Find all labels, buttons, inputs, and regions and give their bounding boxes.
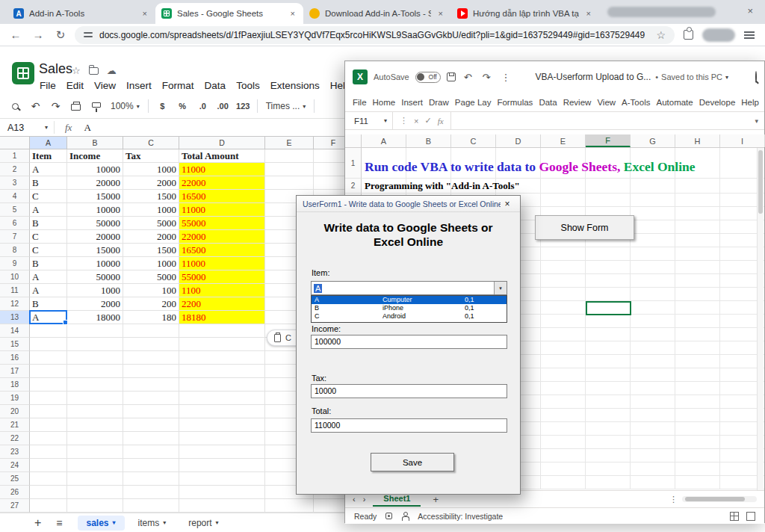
cell-B7[interactable]: 20000 (67, 230, 123, 244)
cell-A1[interactable]: Item (30, 149, 67, 163)
excel-cell-H13[interactable] (675, 328, 720, 341)
excel-cell-F16[interactable] (586, 368, 631, 382)
excel-cell-E14[interactable] (541, 341, 586, 355)
cell-A12[interactable]: B (30, 297, 67, 311)
print-icon[interactable] (66, 97, 85, 116)
cell-C12[interactable]: 200 (123, 297, 179, 311)
excel-cell-F3[interactable] (586, 194, 631, 207)
row-header-15[interactable]: 15 (0, 338, 30, 351)
excel-cell-H5[interactable] (675, 220, 720, 234)
cell-E1[interactable] (265, 149, 314, 163)
excel-cell-G14[interactable] (631, 341, 675, 355)
row-header-21[interactable]: 21 (0, 418, 30, 432)
excel-cell-F17[interactable] (586, 382, 631, 395)
row-header-2[interactable]: 2 (0, 163, 30, 176)
excel-cell-H20[interactable] (675, 422, 720, 436)
cell-A24[interactable] (30, 459, 67, 472)
ribbon-tab-page-lay[interactable]: Page Lay (452, 95, 495, 110)
more-icon[interactable]: ⋮ (400, 116, 408, 126)
cell-B9[interactable]: 10000 (67, 257, 123, 270)
excel-row-header-1[interactable]: 1 (345, 148, 362, 179)
userform-title-bar[interactable]: UserForm1 - Write data to Google Sheets … (297, 196, 520, 212)
cell-A26[interactable] (30, 486, 67, 499)
cell-D22[interactable] (179, 432, 265, 445)
cell-B6[interactable]: 50000 (67, 217, 123, 230)
row-header-1[interactable]: 1 (0, 149, 30, 163)
undo-icon[interactable]: ↶ (462, 72, 474, 83)
page-layout-view-icon[interactable] (746, 512, 755, 521)
cloud-status-icon[interactable]: ☁ (107, 65, 117, 76)
row-header-14[interactable]: 14 (0, 324, 30, 338)
cell-B22[interactable] (67, 432, 123, 445)
browser-tab[interactable]: AAdd-in A-Tools× (7, 3, 155, 24)
excel-cell-F24[interactable] (586, 476, 631, 489)
excel-cell-H10[interactable] (675, 288, 720, 301)
excel-select-all-corner[interactable] (345, 134, 362, 147)
row-header-27[interactable]: 27 (0, 499, 30, 513)
row-header-26[interactable]: 26 (0, 486, 30, 499)
cell-D2[interactable]: 11000 (179, 163, 265, 176)
cell-D20[interactable] (179, 405, 265, 418)
cell-B27[interactable] (67, 499, 123, 513)
cell-C25[interactable] (123, 472, 179, 486)
cell-A6[interactable]: B (30, 217, 67, 230)
excel-cell-E20[interactable] (541, 422, 586, 436)
dropdown-row-B[interactable]: BiPhone0,1 (312, 304, 507, 312)
ribbon-tab-help[interactable]: Help (738, 95, 762, 110)
ribbon-tab-insert[interactable]: Insert (398, 95, 426, 110)
forward-icon[interactable]: → (30, 27, 46, 43)
excel-cell-F15[interactable] (586, 355, 631, 368)
excel-cell-G15[interactable] (631, 355, 675, 368)
excel-name-box[interactable]: F11 ▾ (345, 112, 393, 129)
excel-cell-G8[interactable] (631, 261, 675, 274)
cell-A16[interactable] (30, 351, 67, 365)
excel-column-header-D[interactable]: D (496, 134, 541, 147)
excel-cell-G12[interactable] (631, 315, 675, 328)
menu-data[interactable]: Data (199, 78, 232, 93)
add-sheet-button[interactable]: + (30, 516, 46, 530)
excel-cell-E13[interactable] (541, 328, 586, 341)
cell-A19[interactable] (30, 392, 67, 405)
excel-column-header-A[interactable]: A (362, 134, 406, 147)
cell-A15[interactable] (30, 338, 67, 351)
cell-D25[interactable] (179, 472, 265, 486)
cell-C27[interactable] (123, 499, 179, 513)
cell-A25[interactable] (30, 472, 67, 486)
cell-A10[interactable]: A (30, 270, 67, 284)
sheets-logo-icon[interactable] (12, 62, 34, 84)
cell-A9[interactable]: B (30, 257, 67, 270)
excel-cell-G2[interactable] (631, 179, 675, 194)
cell-B18[interactable] (67, 378, 123, 392)
tab-close-icon[interactable]: × (140, 9, 149, 18)
cell-A5[interactable]: A (30, 203, 67, 217)
excel-cell-E19[interactable] (541, 409, 586, 422)
cancel-icon[interactable]: × (414, 117, 418, 126)
autosave-toggle[interactable]: Off (415, 72, 441, 83)
excel-cell-H23[interactable] (675, 463, 720, 476)
cell-D21[interactable] (179, 418, 265, 432)
cell-D9[interactable]: 11000 (179, 257, 265, 270)
excel-cell-G9[interactable] (631, 274, 675, 288)
excel-cell-F9[interactable] (586, 274, 631, 288)
cell-D14[interactable] (179, 324, 265, 338)
excel-column-header-H[interactable]: H (675, 134, 720, 147)
excel-cell-H12[interactable] (675, 315, 720, 328)
item-combobox[interactable]: A ▾ (311, 281, 507, 295)
row-header-18[interactable]: 18 (0, 378, 30, 392)
cell-B12[interactable]: 2000 (67, 297, 123, 311)
all-sheets-menu-icon[interactable]: ≡ (50, 517, 68, 529)
excel-cell-H8[interactable] (675, 261, 720, 274)
userform-close-icon[interactable]: × (501, 198, 514, 210)
excel-column-header-G[interactable]: G (631, 134, 675, 147)
excel-cell-E24[interactable] (541, 476, 586, 489)
tab-close-icon[interactable]: × (288, 9, 297, 18)
menu-edit[interactable]: Edit (61, 78, 89, 93)
row-header-22[interactable]: 22 (0, 432, 30, 445)
cell-A18[interactable] (30, 378, 67, 392)
macro-record-icon[interactable] (385, 513, 392, 519)
prev-sheet-icon[interactable]: ‹ (353, 495, 356, 504)
row-header-10[interactable]: 10 (0, 270, 30, 284)
format-currency-button[interactable]: $ (153, 97, 172, 116)
cell-C7[interactable]: 2000 (123, 230, 179, 244)
cell-B17[interactable] (67, 365, 123, 378)
